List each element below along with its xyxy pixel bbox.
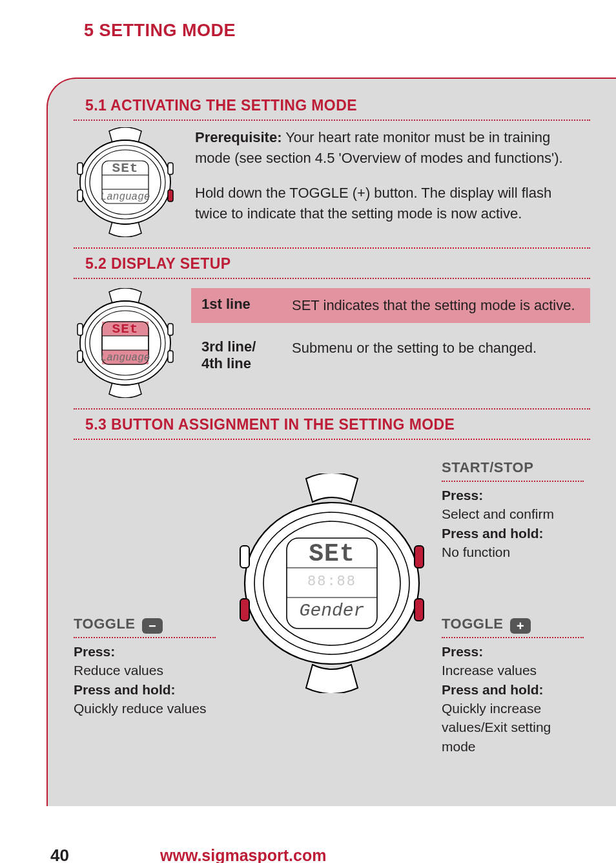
content-frame: 5.1 ACTIVATING THE SETTING MODE [46, 78, 616, 806]
toggle-minus-label: TOGGLE − [74, 614, 216, 634]
start-stop-label: START/STOP [442, 458, 584, 478]
svg-rect-32 [415, 599, 424, 621]
divider [442, 481, 584, 482]
prerequisite-paragraph: Prerequisite: Your heart rate monitor mu… [195, 127, 577, 169]
press-label: Press: [442, 644, 483, 659]
press-label: Press: [74, 644, 115, 659]
divider [74, 408, 590, 410]
row-text: Submenu or the setting to be changed. [292, 338, 580, 358]
footer-url: www.sigmasport.com [160, 846, 326, 863]
press-hold-text: Quickly reduce values [74, 699, 216, 718]
svg-rect-31 [415, 546, 424, 568]
svg-rect-29 [240, 546, 249, 568]
minus-icon: − [142, 618, 163, 634]
row-label: 1st line [201, 296, 279, 313]
svg-rect-22 [168, 351, 173, 362]
activation-instructions: Hold down the TOGGLE (+) button. The dis… [195, 183, 577, 224]
heading-5-1: 5.1 ACTIVATING THE SETTING MODE [85, 97, 590, 114]
display-setup-table: 1st line SET indicates that the setting … [191, 288, 590, 380]
toggle-minus-description: TOGGLE − Press: Reduce values Press and … [74, 614, 216, 718]
table-row: 1st line SET indicates that the setting … [191, 288, 590, 323]
page-footer: 40 www.sigmasport.com [0, 846, 616, 863]
heading-5-3: 5.3 BUTTON ASSIGNMENT IN THE SETTING MOD… [85, 416, 590, 433]
svg-rect-9 [168, 190, 173, 202]
watch-illustration-5-3: SEt 88:88 Gender [235, 473, 429, 696]
watch-line3: Gender [300, 601, 365, 621]
plus-icon: + [510, 618, 531, 634]
row-label: 3rd line/ 4th line [201, 338, 279, 372]
toggle-plus-description: TOGGLE + Press: Increase values Press an… [442, 614, 584, 756]
heading-5-2: 5.2 DISPLAY SETUP [85, 255, 590, 273]
press-hold-label: Press and hold: [74, 682, 176, 697]
press-hold-text: No function [442, 543, 584, 561]
svg-rect-30 [240, 599, 249, 621]
toggle-minus-title: TOGGLE [74, 616, 136, 632]
watch-illustration-5-2: SEt Language [74, 288, 177, 398]
watch-line2-placeholder: 88:88 [307, 574, 356, 590]
prerequisite-label: Prerequisite: [195, 129, 282, 145]
svg-rect-8 [168, 163, 173, 174]
page-number: 40 [50, 846, 160, 863]
divider [74, 439, 590, 440]
press-hold-label: Press and hold: [442, 682, 544, 697]
press-text: Reduce values [74, 661, 216, 680]
divider [74, 637, 216, 638]
watch-line1: SEt [112, 161, 139, 176]
press-text: Select and confirm [442, 504, 584, 523]
watch-illustration-5-1: SEt Language [74, 127, 177, 237]
table-row: 3rd line/ 4th line Submenu or the settin… [191, 331, 590, 380]
divider [74, 278, 590, 279]
press-hold-text: Quickly increase values/Exit setting mod… [442, 699, 584, 756]
row-text: SET indicates that the setting mode is a… [292, 296, 580, 315]
press-hold-label: Press and hold: [442, 526, 544, 541]
chapter-title: 5 SETTING MODE [84, 21, 616, 41]
start-stop-description: START/STOP Press: Select and confirm Pre… [442, 458, 584, 561]
toggle-plus-label: TOGGLE + [442, 614, 584, 634]
press-label: Press: [442, 488, 483, 503]
press-text: Increase values [442, 661, 584, 680]
svg-rect-6 [77, 163, 83, 174]
svg-rect-19 [77, 324, 83, 335]
watch-line1: SEt [309, 540, 354, 568]
watch-line3: Language [101, 352, 150, 364]
toggle-plus-title: TOGGLE [442, 616, 504, 632]
divider [74, 120, 590, 121]
watch-line3: Language [101, 191, 150, 203]
watch-line1: SEt [112, 322, 139, 337]
divider [74, 247, 590, 249]
divider [442, 637, 584, 638]
svg-rect-7 [77, 190, 83, 202]
svg-rect-21 [168, 324, 173, 335]
svg-rect-20 [77, 351, 83, 362]
